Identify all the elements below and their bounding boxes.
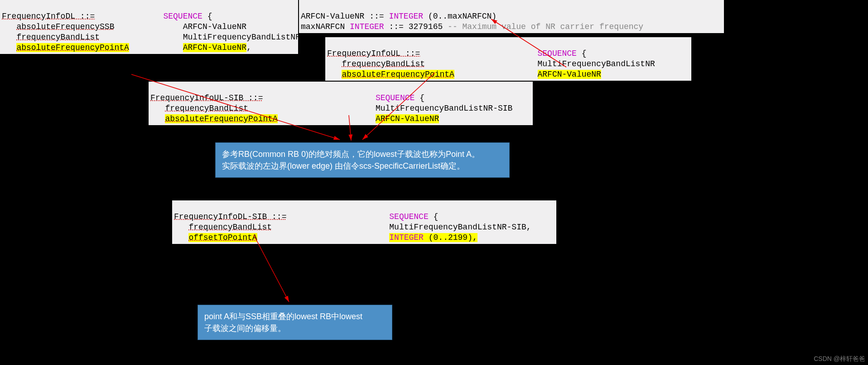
t1: ARFCN-ValueNR ::= INTEGER (0..maxNARFCN)	[301, 12, 497, 21]
ulsib-hdr: FrequencyInfoUL-SIB ::= SEQUENCE {	[150, 93, 424, 102]
dl-r3: absoluteFrequencyPointA ARFCN-ValueNR,	[2, 43, 251, 52]
ulsib-r2: absoluteFrequencyPointA ARFCN-ValueNR	[150, 114, 439, 123]
code-arfcn-def: ARFCN-ValueNR ::= INTEGER (0..maxNARFCN)…	[299, 0, 724, 33]
code-freqinfo-ul-sib: FrequencyInfoUL-SIB ::= SEQUENCE { frequ…	[149, 82, 533, 125]
ul-hdr: FrequencyInfoUL ::= SEQUENCE {	[327, 49, 587, 58]
dlsib-hdr: FrequencyInfoDL-SIB ::= SEQUENCE {	[174, 212, 438, 221]
ul-r2: absoluteFrequencyPointA ARFCN-ValueNR	[327, 70, 601, 79]
watermark: CSDN @梓轩爸爸	[814, 355, 865, 363]
note1-l1: 参考RB(Common RB 0)的绝对频点，它的lowest子载波也称为Poi…	[222, 148, 503, 160]
svg-line-4	[254, 235, 289, 302]
code-freqinfo-dl: FrequencyInfoDL ::= SEQUENCE { absoluteF…	[0, 0, 298, 54]
t2: maxNARFCN INTEGER ::= 3279165 -- Maximum…	[301, 22, 643, 31]
dlsib-r1: frequencyBandList MultiFrequencyBandList…	[174, 223, 531, 232]
dl-hdr: FrequencyInfoDL ::= SEQUENCE {	[2, 12, 212, 21]
dl-r2: frequencyBandList MultiFrequencyBandList…	[2, 33, 305, 42]
ulsib-r1: frequencyBandList MultiFrequencyBandList…	[150, 104, 512, 113]
note1-l2: 实际载波的左边界(lower edge) 由信令scs-SpecificCarr…	[222, 160, 503, 172]
note-offset: point A和与SSB相重叠的lowest RB中lowest 子载波之间的偏…	[198, 305, 392, 340]
ul-r1: frequencyBandList MultiFrequencyBandList…	[327, 59, 655, 68]
note2-l1: point A和与SSB相重叠的lowest RB中lowest	[204, 311, 386, 322]
note2-l2: 子载波之间的偏移量。	[204, 322, 386, 334]
note-point-a: 参考RB(Common RB 0)的绝对频点，它的lowest子载波也称为Poi…	[215, 142, 510, 178]
dlsib-r2: offsetToPointA INTEGER (0..2199),	[174, 233, 477, 242]
code-freqinfo-dl-sib: FrequencyInfoDL-SIB ::= SEQUENCE { frequ…	[172, 200, 556, 244]
dl-r1: absoluteFrequencySSB ARFCN-ValueNR	[2, 22, 246, 31]
code-freqinfo-ul: FrequencyInfoUL ::= SEQUENCE { frequency…	[325, 37, 691, 81]
